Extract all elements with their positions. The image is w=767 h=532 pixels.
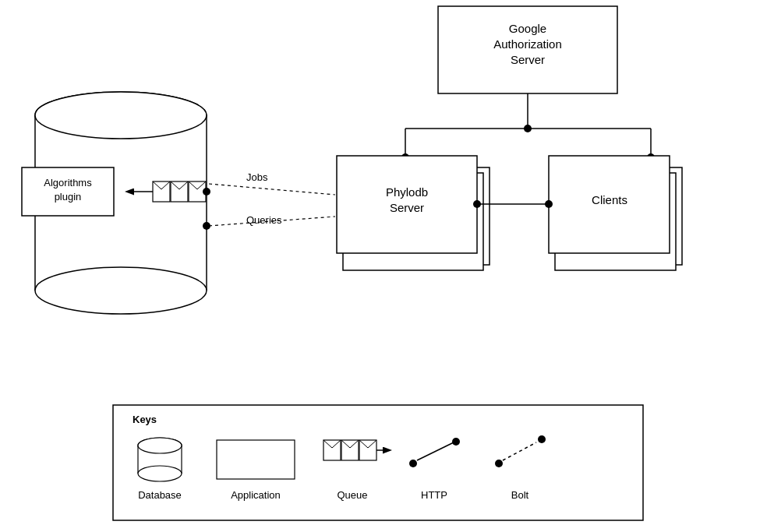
- svg-point-23: [473, 200, 481, 208]
- svg-point-30: [35, 92, 207, 139]
- svg-point-76: [452, 438, 460, 446]
- svg-rect-51: [113, 405, 643, 520]
- svg-rect-68: [359, 440, 376, 460]
- svg-point-80: [538, 435, 546, 443]
- svg-rect-65: [341, 440, 359, 460]
- svg-text:Keys: Keys: [133, 414, 157, 425]
- svg-text:HTTP: HTTP: [421, 489, 447, 501]
- svg-text:Clients: Clients: [592, 193, 627, 206]
- svg-text:Authorization: Authorization: [493, 37, 562, 51]
- svg-rect-39: [171, 181, 188, 202]
- svg-point-24: [545, 200, 553, 208]
- svg-line-46: [209, 184, 335, 195]
- svg-point-78: [495, 460, 503, 467]
- svg-text:Phylodb: Phylodb: [386, 185, 428, 199]
- svg-rect-60: [217, 440, 295, 479]
- svg-text:Application: Application: [231, 489, 281, 501]
- svg-rect-62: [323, 440, 341, 460]
- svg-point-58: [138, 438, 182, 453]
- svg-text:Queue: Queue: [337, 489, 367, 501]
- svg-text:Jobs: Jobs: [246, 171, 268, 183]
- svg-text:Google: Google: [509, 22, 546, 35]
- svg-text:Server: Server: [390, 201, 424, 214]
- svg-point-57: [138, 466, 182, 481]
- svg-point-45: [203, 188, 210, 196]
- svg-point-29: [35, 267, 207, 314]
- svg-text:Database: Database: [138, 489, 182, 501]
- svg-text:plugin: plugin: [55, 191, 82, 203]
- svg-point-8: [524, 125, 532, 132]
- svg-text:Queries: Queries: [246, 214, 282, 226]
- svg-point-74: [409, 460, 417, 467]
- architecture-diagram: Google Authorization Server Phylodb Serv…: [0, 0, 767, 532]
- svg-text:Algorithms: Algorithms: [44, 177, 92, 188]
- svg-text:Server: Server: [511, 53, 545, 66]
- svg-text:Bolt: Bolt: [511, 489, 529, 501]
- svg-rect-36: [153, 181, 170, 202]
